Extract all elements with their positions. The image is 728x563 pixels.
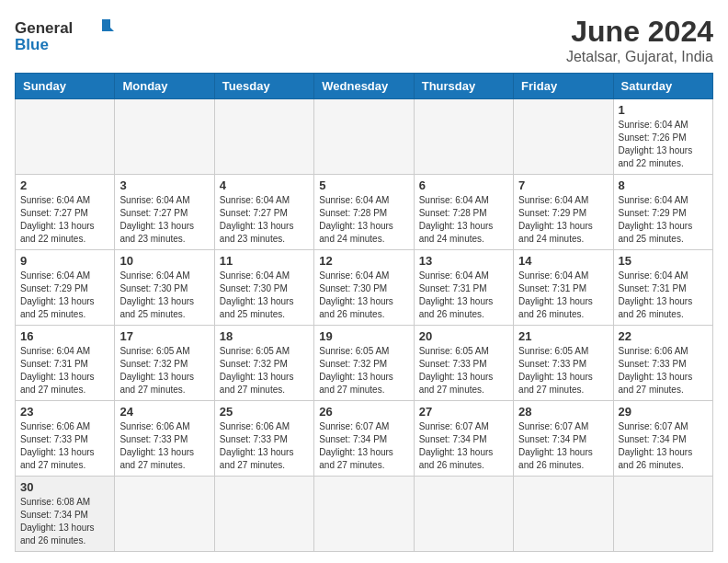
table-row: 7Sunrise: 6:04 AM Sunset: 7:29 PM Daylig… [514, 175, 613, 250]
table-row: 10Sunrise: 6:04 AM Sunset: 7:30 PM Dayli… [115, 250, 214, 326]
day-info: Sunrise: 6:07 AM Sunset: 7:34 PM Dayligh… [619, 420, 708, 472]
table-row [514, 99, 613, 175]
col-sunday: Sunday [16, 74, 115, 99]
day-info: Sunrise: 6:05 AM Sunset: 7:33 PM Dayligh… [419, 345, 508, 396]
day-info: Sunrise: 6:04 AM Sunset: 7:31 PM Dayligh… [20, 345, 109, 396]
header: General Blue June 2024 Jetalsar, Gujarat… [15, 15, 713, 65]
day-number: 12 [319, 254, 408, 268]
main-title: June 2024 [566, 15, 713, 49]
day-info: Sunrise: 6:04 AM Sunset: 7:30 PM Dayligh… [220, 270, 309, 321]
day-number: 4 [220, 178, 309, 192]
calendar-week-row: 16Sunrise: 6:04 AM Sunset: 7:31 PM Dayli… [16, 326, 713, 401]
table-row: 23Sunrise: 6:06 AM Sunset: 7:33 PM Dayli… [16, 401, 115, 477]
col-thursday: Thursday [414, 74, 513, 99]
calendar-table: Sunday Monday Tuesday Wednesday Thursday… [15, 73, 713, 552]
table-row: 3Sunrise: 6:04 AM Sunset: 7:27 PM Daylig… [115, 175, 214, 250]
day-info: Sunrise: 6:07 AM Sunset: 7:34 PM Dayligh… [319, 420, 408, 472]
svg-text:General: General [15, 19, 73, 37]
svg-rect-3 [102, 19, 110, 31]
table-row: 27Sunrise: 6:07 AM Sunset: 7:34 PM Dayli… [414, 401, 513, 477]
table-row: 24Sunrise: 6:06 AM Sunset: 7:33 PM Dayli… [115, 401, 214, 477]
table-row: 22Sunrise: 6:06 AM Sunset: 7:33 PM Dayli… [613, 326, 712, 401]
day-number: 8 [619, 178, 708, 192]
table-row [314, 477, 414, 552]
day-info: Sunrise: 6:06 AM Sunset: 7:33 PM Dayligh… [220, 420, 309, 472]
day-info: Sunrise: 6:05 AM Sunset: 7:32 PM Dayligh… [119, 345, 209, 396]
table-row: 17Sunrise: 6:05 AM Sunset: 7:32 PM Dayli… [115, 326, 214, 401]
day-number: 7 [518, 178, 608, 192]
day-info: Sunrise: 6:05 AM Sunset: 7:32 PM Dayligh… [319, 345, 408, 396]
day-number: 16 [20, 329, 109, 343]
table-row [115, 99, 214, 175]
table-row: 25Sunrise: 6:06 AM Sunset: 7:33 PM Dayli… [214, 401, 313, 477]
day-info: Sunrise: 6:04 AM Sunset: 7:28 PM Dayligh… [419, 194, 508, 246]
day-info: Sunrise: 6:04 AM Sunset: 7:31 PM Dayligh… [619, 270, 708, 321]
calendar-header-row: Sunday Monday Tuesday Wednesday Thursday… [16, 74, 713, 99]
table-row: 14Sunrise: 6:04 AM Sunset: 7:31 PM Dayli… [514, 250, 613, 326]
col-monday: Monday [115, 74, 214, 99]
table-row: 21Sunrise: 6:05 AM Sunset: 7:33 PM Dayli… [514, 326, 613, 401]
calendar-week-row: 30Sunrise: 6:08 AM Sunset: 7:34 PM Dayli… [16, 477, 713, 552]
table-row: 1Sunrise: 6:04 AM Sunset: 7:26 PM Daylig… [613, 99, 712, 175]
table-row: 9Sunrise: 6:04 AM Sunset: 7:29 PM Daylig… [16, 250, 115, 326]
col-wednesday: Wednesday [314, 74, 414, 99]
day-number: 5 [319, 178, 408, 192]
day-info: Sunrise: 6:05 AM Sunset: 7:33 PM Dayligh… [518, 345, 608, 396]
day-info: Sunrise: 6:06 AM Sunset: 7:33 PM Dayligh… [619, 345, 708, 396]
table-row: 30Sunrise: 6:08 AM Sunset: 7:34 PM Dayli… [16, 477, 115, 552]
day-number: 26 [319, 405, 408, 419]
calendar-week-row: 2Sunrise: 6:04 AM Sunset: 7:27 PM Daylig… [16, 175, 713, 250]
svg-text:Blue: Blue [15, 36, 49, 53]
day-number: 23 [20, 405, 109, 419]
day-number: 14 [518, 254, 608, 268]
day-number: 22 [619, 329, 708, 343]
table-row: 13Sunrise: 6:04 AM Sunset: 7:31 PM Dayli… [414, 250, 513, 326]
table-row: 19Sunrise: 6:05 AM Sunset: 7:32 PM Dayli… [314, 326, 414, 401]
col-friday: Friday [514, 74, 613, 99]
day-info: Sunrise: 6:06 AM Sunset: 7:33 PM Dayligh… [119, 420, 209, 472]
table-row: 18Sunrise: 6:05 AM Sunset: 7:32 PM Dayli… [214, 326, 313, 401]
table-row: 4Sunrise: 6:04 AM Sunset: 7:27 PM Daylig… [214, 175, 313, 250]
table-row [514, 477, 613, 552]
day-info: Sunrise: 6:04 AM Sunset: 7:30 PM Dayligh… [319, 270, 408, 321]
day-number: 20 [419, 329, 508, 343]
day-info: Sunrise: 6:04 AM Sunset: 7:26 PM Dayligh… [619, 119, 708, 170]
table-row: 28Sunrise: 6:07 AM Sunset: 7:34 PM Dayli… [514, 401, 613, 477]
table-row: 15Sunrise: 6:04 AM Sunset: 7:31 PM Dayli… [613, 250, 712, 326]
day-number: 2 [20, 178, 109, 192]
subtitle: Jetalsar, Gujarat, India [566, 49, 713, 65]
table-row [214, 99, 313, 175]
day-number: 3 [119, 178, 209, 192]
table-row [16, 99, 115, 175]
logo-svg: General Blue [15, 15, 116, 56]
table-row [314, 99, 414, 175]
day-number: 1 [619, 103, 708, 117]
day-number: 24 [119, 405, 209, 419]
day-number: 28 [518, 405, 608, 419]
day-info: Sunrise: 6:04 AM Sunset: 7:27 PM Dayligh… [20, 194, 109, 246]
table-row [214, 477, 313, 552]
day-number: 21 [518, 329, 608, 343]
day-number: 19 [319, 329, 408, 343]
table-row: 29Sunrise: 6:07 AM Sunset: 7:34 PM Dayli… [613, 401, 712, 477]
table-row [414, 477, 513, 552]
table-row: 5Sunrise: 6:04 AM Sunset: 7:28 PM Daylig… [314, 175, 414, 250]
day-info: Sunrise: 6:04 AM Sunset: 7:30 PM Dayligh… [119, 270, 209, 321]
table-row: 26Sunrise: 6:07 AM Sunset: 7:34 PM Dayli… [314, 401, 414, 477]
table-row: 6Sunrise: 6:04 AM Sunset: 7:28 PM Daylig… [414, 175, 513, 250]
table-row: 2Sunrise: 6:04 AM Sunset: 7:27 PM Daylig… [16, 175, 115, 250]
table-row: 20Sunrise: 6:05 AM Sunset: 7:33 PM Dayli… [414, 326, 513, 401]
day-number: 10 [119, 254, 209, 268]
day-info: Sunrise: 6:04 AM Sunset: 7:28 PM Dayligh… [319, 194, 408, 246]
calendar-week-row: 1Sunrise: 6:04 AM Sunset: 7:26 PM Daylig… [16, 99, 713, 175]
day-number: 11 [220, 254, 309, 268]
col-saturday: Saturday [613, 74, 712, 99]
day-info: Sunrise: 6:05 AM Sunset: 7:32 PM Dayligh… [220, 345, 309, 396]
day-number: 15 [619, 254, 708, 268]
day-number: 6 [419, 178, 508, 192]
calendar-week-row: 23Sunrise: 6:06 AM Sunset: 7:33 PM Dayli… [16, 401, 713, 477]
day-number: 29 [619, 405, 708, 419]
day-info: Sunrise: 6:04 AM Sunset: 7:29 PM Dayligh… [518, 194, 608, 246]
day-info: Sunrise: 6:04 AM Sunset: 7:29 PM Dayligh… [20, 270, 109, 321]
day-info: Sunrise: 6:06 AM Sunset: 7:33 PM Dayligh… [20, 420, 109, 472]
